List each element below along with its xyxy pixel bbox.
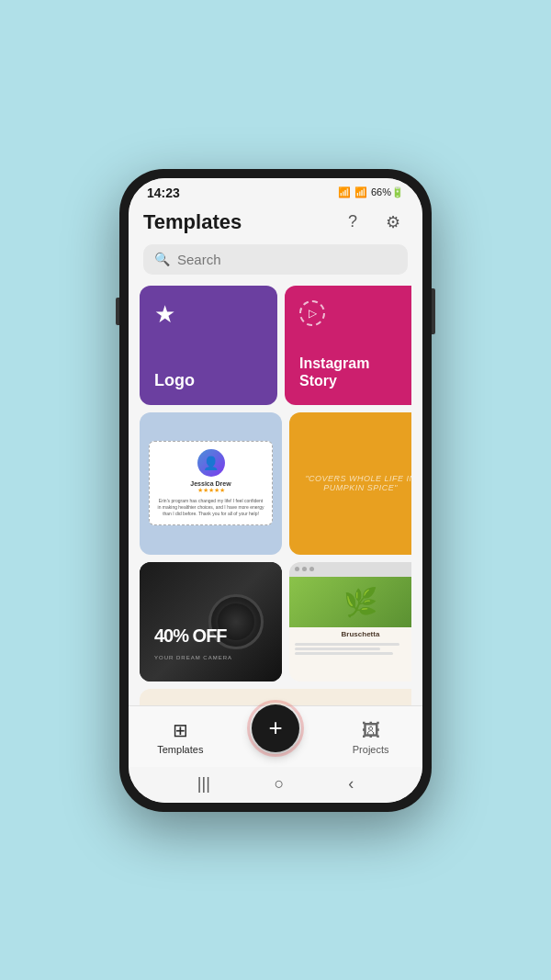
testimonial-text: Erin's program has changed my life! I fe… (157, 498, 264, 517)
templates-content: ★ Logo ▷ Instagram Story f Po... (129, 286, 422, 705)
template-card-camera[interactable]: 40% OFF YOUR DREAM CAMERA (140, 562, 282, 681)
projects-nav-label: Projects (353, 744, 389, 755)
projects-icon: 🖼 (362, 720, 380, 741)
android-home-button[interactable]: ○ (275, 774, 285, 794)
star-icon: ★ (154, 300, 263, 329)
template-row-2: 👤 Jessica Drew ★★★★★ Erin's program has … (140, 412, 411, 555)
quote-text: "COVERS WHOLE LIFE IN PUMPKIN SPICE" (300, 474, 411, 492)
menu-dot-1 (295, 567, 299, 571)
android-navigation: ||| ○ ‹ (129, 767, 422, 803)
phone-frame: 14:23 📶 📶 66%🔋 Templates ? ⚙ 🔍 (119, 169, 432, 812)
menu-plant-icon: 🌿 (343, 586, 377, 618)
play-icon: ▷ (299, 300, 325, 326)
nav-item-projects[interactable]: 🖼 Projects (339, 720, 403, 755)
template-row-4: ELEGANT (140, 689, 411, 705)
search-bar[interactable]: 🔍 (143, 244, 408, 275)
fab-create-button[interactable]: + (252, 704, 299, 752)
template-card-menu[interactable]: 🌿 Bruschetta (289, 562, 411, 681)
menu-dot-3 (309, 567, 314, 571)
menu-line-2 (295, 648, 380, 650)
signal-icon: 📶 (354, 186, 367, 198)
wifi-icon: 📶 (338, 186, 351, 198)
settings-button[interactable]: ⚙ (378, 208, 408, 237)
search-icon: 🔍 (154, 252, 170, 266)
camera-background: 40% OFF YOUR DREAM CAMERA (140, 562, 282, 681)
template-card-logo[interactable]: ★ Logo (140, 286, 277, 405)
template-row-3: 40% OFF YOUR DREAM CAMERA (140, 562, 411, 681)
templates-icon: ⊞ (173, 719, 188, 741)
template-card-quote[interactable]: "COVERS WHOLE LIFE IN PUMPKIN SPICE" (289, 412, 411, 555)
template-card-instagram[interactable]: ▷ Instagram Story (285, 286, 411, 405)
templates-nav-label: Templates (157, 744, 203, 755)
help-button[interactable]: ? (338, 208, 367, 237)
power-button (432, 288, 435, 334)
menu-line-3 (295, 652, 393, 655)
header-action-icons: ? ⚙ (338, 208, 408, 237)
logo-label: Logo (154, 371, 263, 390)
testimonial-inner: 👤 Jessica Drew ★★★★★ Erin's program has … (149, 441, 273, 525)
menu-card-inner: 🌿 Bruschetta (289, 562, 411, 681)
menu-dot-2 (302, 567, 307, 571)
menu-line-1 (295, 643, 399, 646)
template-row-1: ★ Logo ▷ Instagram Story f Po... (140, 286, 411, 405)
app-header: Templates ? ⚙ (129, 204, 422, 244)
fab-plus-icon: + (268, 714, 282, 742)
battery-icon: 66%🔋 (371, 186, 404, 198)
menu-title: Bruschetta (289, 627, 411, 641)
android-recent-button[interactable]: ||| (197, 774, 210, 794)
instagram-label: Instagram Story (299, 355, 408, 389)
bottom-navigation: ⊞ Templates + 🖼 Projects (129, 705, 422, 767)
testimonial-stars: ★★★★★ (157, 487, 264, 494)
testimonial-name: Jessica Drew (157, 480, 264, 487)
discount-percent: 40% OFF (154, 625, 232, 647)
discount-sub: YOUR DREAM CAMERA (154, 655, 232, 660)
menu-image-area: 🌿 (289, 577, 411, 627)
menu-lines (289, 641, 411, 659)
discount-badge: 40% OFF YOUR DREAM CAMERA (154, 625, 232, 663)
template-card-elegant[interactable]: ELEGANT (140, 689, 411, 705)
status-icons: 📶 📶 66%🔋 (338, 186, 404, 198)
nav-item-templates[interactable]: ⊞ Templates (148, 719, 212, 755)
volume-button (116, 298, 119, 325)
page-title: Templates (143, 210, 242, 234)
status-time: 14:23 (147, 186, 180, 200)
menu-header-bar (289, 562, 411, 577)
phone-screen: 14:23 📶 📶 66%🔋 Templates ? ⚙ 🔍 (129, 178, 422, 803)
android-back-button[interactable]: ‹ (348, 774, 354, 794)
template-card-testimonial[interactable]: 👤 Jessica Drew ★★★★★ Erin's program has … (140, 412, 282, 555)
testimonial-avatar: 👤 (197, 449, 225, 477)
status-bar: 14:23 📶 📶 66%🔋 (129, 178, 422, 204)
search-input[interactable] (177, 252, 397, 267)
